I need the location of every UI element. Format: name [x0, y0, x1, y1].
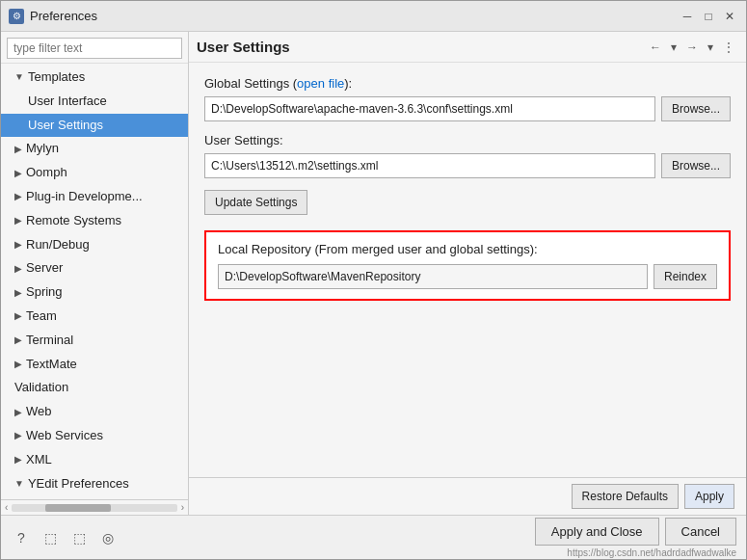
maximize-button[interactable]: □ [700, 8, 717, 25]
back-button[interactable]: ← [646, 39, 665, 56]
footer: ? ⬚ ⬚ ◎ Apply and Close Cancel https://b… [1, 515, 746, 559]
cancel-button[interactable]: Cancel [665, 518, 736, 546]
sidebar-item-run-debug[interactable]: ▶ Run/Debug [1, 233, 188, 257]
forward-dropdown-button[interactable]: ▾ [704, 39, 717, 56]
expand-arrow-server: ▶ [14, 261, 22, 277]
sidebar-item-terminal[interactable]: ▶ Terminal [1, 329, 188, 353]
sidebar-item-label-yedit: YEdit Preferences [28, 474, 129, 494]
sidebar-item-user-settings[interactable]: User Settings [1, 114, 188, 138]
sidebar-item-server[interactable]: ▶ Server [1, 256, 188, 280]
update-settings-area: Update Settings [204, 190, 731, 215]
panel-toolbar: User Settings ← ▾ → ▾ ⋮ [189, 32, 746, 63]
footer-url: https://blog.csdn.net/hadrdadfwadwalke [567, 547, 736, 558]
expand-arrow-yedit: ▼ [14, 476, 24, 492]
expand-arrow-web: ▶ [14, 405, 22, 420]
forward-dropdown-icon: ▾ [707, 40, 713, 54]
horizontal-scrollbar[interactable]: ‹ › [1, 499, 188, 515]
scroll-thumb [45, 504, 112, 512]
sidebar-item-label-textmate: TextMate [26, 355, 77, 375]
preferences-window: ⚙ Preferences ─ □ ✕ ▼ Templates User Int… [0, 0, 747, 560]
sidebar-item-label-user-interface: User Interface [28, 92, 107, 112]
close-button[interactable]: ✕ [721, 8, 738, 25]
title-bar-left: ⚙ Preferences [9, 9, 97, 24]
right-panel: User Settings ← ▾ → ▾ ⋮ [189, 32, 746, 515]
sidebar-item-label-mylyn: Mylyn [26, 139, 59, 159]
expand-arrow-textmate: ▶ [14, 357, 22, 372]
sidebar-item-label-templates: Templates [28, 67, 85, 88]
forward-button[interactable]: → [682, 39, 702, 56]
sidebar-item-label-run-debug: Run/Debug [26, 235, 90, 255]
sidebar-item-mylyn[interactable]: ▶ Mylyn [1, 137, 188, 161]
local-repository-label: Local Repository (From merged user and g… [218, 242, 717, 256]
back-dropdown-button[interactable]: ▾ [667, 39, 680, 56]
forward-icon: → [686, 40, 698, 54]
panel-body: Global Settings (open file): Browse... U… [189, 63, 746, 477]
sidebar-item-label-remote-systems: Remote Systems [26, 211, 121, 231]
user-settings-row: Browse... [204, 153, 731, 178]
sidebar-item-label-oomph: Oomph [26, 163, 67, 183]
settings-icon[interactable]: ◎ [97, 527, 119, 548]
back-icon: ← [650, 40, 661, 54]
expand-arrow-plugin-dev: ▶ [14, 189, 22, 204]
scroll-track[interactable] [12, 504, 176, 512]
global-settings-label: Global Settings (open file): [204, 76, 731, 91]
expand-arrow-oomph: ▶ [14, 166, 22, 181]
window-controls: ─ □ ✕ [679, 8, 738, 25]
apply-button[interactable]: Apply [684, 484, 734, 509]
filter-box [1, 32, 188, 64]
panel-toolbar-right: ← ▾ → ▾ ⋮ [646, 39, 738, 56]
preferences-icon: ⚙ [9, 9, 24, 24]
sidebar-item-textmate[interactable]: ▶ TextMate [1, 353, 188, 377]
user-settings-input[interactable] [204, 153, 655, 178]
scroll-right-icon[interactable]: › [181, 502, 184, 513]
import-icon[interactable]: ⬚ [68, 527, 90, 548]
sidebar-item-web[interactable]: ▶ Web [1, 400, 188, 424]
minimize-button[interactable]: ─ [679, 8, 696, 25]
apply-and-close-button[interactable]: Apply and Close [535, 518, 659, 546]
sidebar-item-team[interactable]: ▶ Team [1, 305, 188, 329]
sidebar-item-web-services[interactable]: ▶ Web Services [1, 424, 188, 448]
tree-area[interactable]: ▼ Templates User Interface User Settings… [1, 64, 188, 499]
sidebar-item-plugin-development[interactable]: ▶ Plug-in Developme... [1, 185, 188, 209]
panel-title: User Settings [197, 39, 290, 55]
sidebar-item-label-validation: Validation [14, 378, 68, 398]
expand-arrow-remote-systems: ▶ [14, 213, 22, 228]
user-settings-browse-button[interactable]: Browse... [661, 153, 731, 178]
expand-arrow-terminal: ▶ [14, 333, 22, 348]
sidebar-item-templates[interactable]: ▼ Templates [1, 66, 188, 90]
global-settings-browse-button[interactable]: Browse... [661, 96, 731, 121]
sidebar-item-xml[interactable]: ▶ XML [1, 448, 188, 472]
window-title: Preferences [30, 9, 97, 23]
menu-button[interactable]: ⋮ [719, 39, 738, 56]
global-settings-input[interactable] [204, 96, 655, 121]
local-repository-section: Local Repository (From merged user and g… [204, 230, 731, 301]
expand-arrow-spring: ▶ [14, 285, 22, 301]
sidebar-item-yedit-prefs[interactable]: ▼ YEdit Preferences [1, 472, 188, 496]
sidebar-item-label-team: Team [26, 307, 57, 327]
help-icon[interactable]: ? [11, 527, 32, 548]
footer-icons: ? ⬚ ⬚ ◎ [11, 527, 119, 548]
footer-buttons: Apply and Close Cancel [535, 518, 736, 546]
sidebar-item-validation[interactable]: Validation [1, 376, 188, 400]
scroll-left-icon[interactable]: ‹ [5, 502, 8, 513]
back-dropdown-icon: ▾ [671, 40, 677, 54]
expand-arrow-web-services: ▶ [14, 428, 22, 443]
main-content: ▼ Templates User Interface User Settings… [1, 32, 746, 515]
reindex-button[interactable]: Reindex [654, 264, 717, 289]
global-settings-row: Browse... [204, 96, 731, 121]
open-file-link[interactable]: open file [297, 76, 344, 91]
menu-icon: ⋮ [723, 40, 734, 54]
sidebar-item-user-interface[interactable]: User Interface [1, 90, 188, 114]
sidebar-item-spring[interactable]: ▶ Spring [1, 280, 188, 305]
filter-input[interactable] [7, 38, 182, 59]
sidebar-item-remote-systems[interactable]: ▶ Remote Systems [1, 209, 188, 233]
sidebar-item-label-plugin-dev: Plug-in Developme... [26, 187, 143, 207]
update-settings-button[interactable]: Update Settings [204, 190, 307, 215]
restore-defaults-button[interactable]: Restore Defaults [572, 484, 679, 509]
sidebar-item-label-web: Web [26, 402, 52, 422]
export-icon[interactable]: ⬚ [40, 527, 61, 548]
sidebar-item-oomph[interactable]: ▶ Oomph [1, 161, 188, 185]
local-repository-input[interactable] [218, 264, 648, 289]
expand-arrow-mylyn: ▶ [14, 142, 22, 157]
sidebar-item-label-spring: Spring [26, 282, 63, 303]
